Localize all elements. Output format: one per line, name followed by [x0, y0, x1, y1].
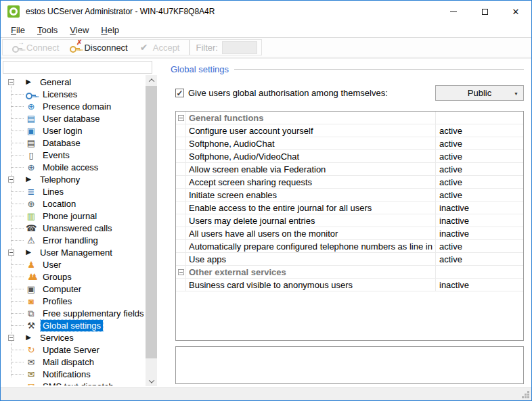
sidebar-item-free-supplementary-fields[interactable]: ⧉Free supplementary fields	[2, 307, 146, 319]
menu-file[interactable]: File	[5, 24, 31, 37]
sidebar-item-events[interactable]: ▯Events	[2, 149, 146, 161]
mail-at-icon: ✉	[26, 356, 37, 367]
connect-button[interactable]: →Connect	[7, 40, 64, 55]
sidebar-item-telephony[interactable]: ▶Telephony	[2, 173, 146, 185]
setting-name[interactable]: Accept screen sharing requests	[186, 176, 435, 189]
setting-name[interactable]: Enable access to the entire journal for …	[186, 202, 435, 214]
setting-name[interactable]: Business card visible to anonymous users	[186, 279, 435, 291]
setting-value[interactable]: active	[435, 137, 523, 150]
setting-name[interactable]: Configure user account yourself	[186, 124, 435, 137]
tree-guide-line	[12, 131, 24, 131]
collapse-expander-icon[interactable]	[8, 176, 14, 183]
close-icon: ✕	[512, 7, 520, 16]
menu-tools[interactable]: Tools	[31, 24, 64, 37]
chevron-down-icon: ▼	[514, 91, 518, 96]
page-title: Global settings	[171, 64, 229, 74]
setting-value[interactable]: active	[435, 189, 523, 202]
sidebar-item-user-management[interactable]: ▶User Management	[2, 246, 146, 258]
scroll-up-button[interactable]	[146, 75, 157, 85]
collapse-expander-icon[interactable]	[178, 269, 184, 275]
sidebar-item-phone-journal[interactable]: ▥Phone journal	[2, 210, 146, 222]
setting-value[interactable]: inactive	[435, 214, 523, 227]
setting-name[interactable]: Use apps	[186, 253, 435, 266]
menu-view[interactable]: View	[64, 24, 95, 37]
minimize-button[interactable]	[438, 1, 469, 22]
sidebar-item-label: User login	[41, 125, 85, 137]
database-icon: ▤	[26, 137, 37, 148]
close-button[interactable]: ✕	[500, 1, 531, 22]
setting-value[interactable]: active	[435, 176, 523, 189]
sidebar-item-user-login[interactable]: ▣User login	[2, 124, 146, 137]
tree-guide-line	[12, 228, 24, 229]
sidebar-item-label: Free supplementary fields	[41, 308, 146, 319]
setting-name[interactable]: Softphone, AudioChat	[186, 137, 435, 150]
setting-name[interactable]: Automatically prepare configured telepho…	[186, 240, 435, 253]
sidebar-item-unanswered-calls[interactable]: ☎Unanswered calls	[2, 222, 146, 234]
user-login-icon: ▣	[26, 125, 37, 136]
setting-value[interactable]: inactive	[435, 279, 523, 291]
sidebar-item-notifications[interactable]: ✉Notifications	[2, 368, 146, 380]
disconnect-button[interactable]: ✗Disconnect	[64, 40, 133, 55]
sidebar-item-mobile-access[interactable]: ⊕Mobile access	[2, 161, 146, 173]
resize-grip[interactable]	[527, 396, 529, 398]
filter-input[interactable]	[222, 41, 257, 54]
sidebar-item-user-database[interactable]: ▤User database	[2, 112, 146, 124]
sidebar-item-update-server[interactable]: ↻Update Server	[2, 344, 146, 356]
authorisation-level-dropdown[interactable]: Public ▼	[435, 85, 524, 101]
sidebar-item-groups[interactable]: ♟♟Groups	[2, 270, 146, 283]
sidebar-item-global-settings[interactable]: ⚒Global settings	[2, 319, 146, 331]
sidebar-item-database[interactable]: ▤Database	[2, 137, 146, 149]
group-expander-cell[interactable]	[176, 112, 186, 124]
collapse-expander-icon[interactable]	[178, 115, 184, 121]
disconnect-key-icon: ✗	[70, 42, 81, 53]
sidebar-item-error-handling[interactable]: ⚠Error handling	[2, 234, 146, 246]
setting-value[interactable]: active	[435, 163, 523, 176]
collapse-expander-icon[interactable]	[8, 335, 14, 341]
scroll-down-button[interactable]	[146, 376, 157, 386]
refresh-icon: ↻	[26, 344, 37, 355]
setting-value[interactable]: inactive	[435, 202, 523, 214]
tree-scrollbar[interactable]	[146, 75, 157, 386]
sidebar-item-user[interactable]: ♟User	[2, 258, 146, 270]
sidebar-item-sms-text-dispatch[interactable]: ✉SMS text dispatch	[2, 380, 146, 385]
settings-row-gutter	[176, 214, 186, 227]
collapse-expander-icon[interactable]	[8, 79, 14, 85]
sidebar-item-profiles[interactable]: ◙Profiles	[2, 295, 146, 307]
sidebar-item-mail-dispatch[interactable]: ✉Mail dispatch	[2, 356, 146, 368]
tree-guide-line	[12, 264, 24, 265]
sidebar-item-computer[interactable]: ▣Computer	[2, 283, 146, 295]
maximize-button[interactable]	[469, 1, 500, 22]
setting-value[interactable]: active	[435, 150, 523, 163]
app-window: estos UCServer Administrator - WIN-4U7KF…	[0, 0, 532, 401]
sidebar-item-label: Telephony	[38, 174, 82, 185]
menu-help[interactable]: Help	[95, 24, 125, 37]
sidebar-item-services[interactable]: ▶Services	[2, 331, 146, 344]
global-authorisation-checkbox[interactable]: ✓ Give users global authorisation among …	[175, 88, 388, 98]
setting-value[interactable]: active	[435, 124, 523, 137]
scrollbar-thumb[interactable]	[146, 86, 157, 358]
setting-value[interactable]: active	[435, 253, 523, 266]
disconnect-button-label: Disconnect	[84, 43, 127, 53]
setting-value[interactable]: inactive	[435, 227, 523, 240]
sidebar-item-general[interactable]: ▶General	[2, 76, 146, 88]
setting-name[interactable]: Initiate screen enables	[186, 189, 435, 202]
setting-name[interactable]: All users have all users on the monitor	[186, 227, 435, 240]
tree-filter-box[interactable]	[3, 61, 152, 74]
collapse-expander-icon[interactable]	[8, 250, 14, 256]
sidebar-item-lines[interactable]: ≣Lines	[2, 185, 146, 197]
setting-name[interactable]: Softphone, Audio/VideoChat	[186, 150, 435, 163]
setting-name[interactable]: Allow screen enable via Federation	[186, 163, 435, 176]
sidebar-item-location[interactable]: ⊕Location	[2, 197, 146, 210]
sidebar-item-label: Error handling	[41, 235, 100, 246]
sidebar-item-licenses[interactable]: Licenses	[2, 88, 146, 100]
group-expander-cell[interactable]	[176, 266, 186, 279]
sidebar-item-label: Computer	[41, 283, 83, 295]
setting-name[interactable]: Users may delete journal entries	[186, 214, 435, 227]
setting-value[interactable]: active	[435, 240, 523, 253]
journal-icon: ▥	[26, 210, 37, 221]
accept-button[interactable]: ✔Accept	[133, 40, 185, 55]
sidebar-item-label: Services	[38, 332, 76, 344]
sidebar-item-presence-domain[interactable]: ⊕Presence domain	[2, 100, 146, 112]
settings-group-label: General functions	[186, 112, 435, 124]
warning-icon: ⚠	[26, 235, 37, 245]
